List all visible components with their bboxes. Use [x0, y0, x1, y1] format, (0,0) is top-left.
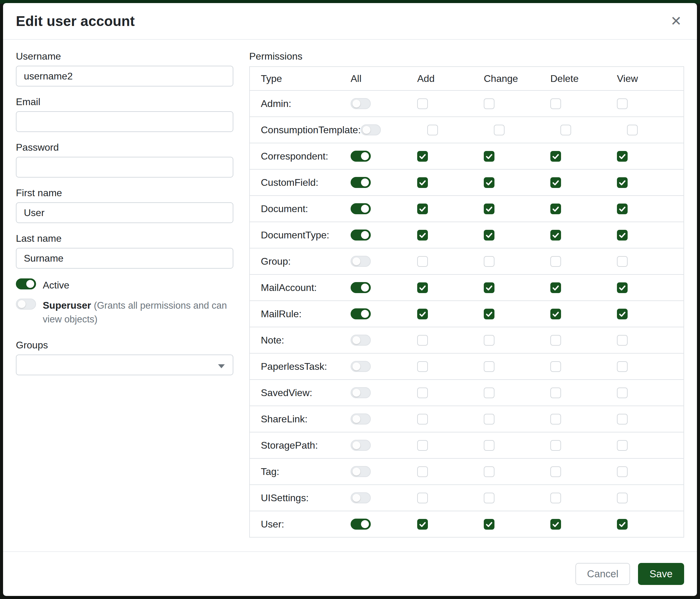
permission-all-toggle[interactable]: [351, 519, 371, 530]
permission-change-checkbox[interactable]: [484, 151, 495, 162]
permission-add-checkbox[interactable]: [417, 151, 428, 162]
permission-view-checkbox[interactable]: [617, 493, 628, 503]
password-input[interactable]: [16, 157, 233, 177]
permission-change-checkbox[interactable]: [494, 125, 504, 136]
permission-delete-checkbox[interactable]: [550, 309, 561, 319]
permission-change-checkbox[interactable]: [484, 440, 495, 451]
permission-add-checkbox[interactable]: [417, 335, 428, 346]
permission-add-checkbox[interactable]: [417, 440, 428, 451]
permission-all-toggle[interactable]: [351, 466, 371, 477]
permission-add-checkbox[interactable]: [417, 414, 428, 425]
permission-add-checkbox[interactable]: [417, 309, 428, 319]
permission-delete-checkbox[interactable]: [550, 414, 561, 425]
last-name-input[interactable]: [16, 248, 233, 269]
permission-add-checkbox[interactable]: [417, 493, 428, 503]
permission-change-checkbox[interactable]: [484, 466, 495, 477]
permission-view-checkbox[interactable]: [617, 282, 628, 293]
permission-view-checkbox[interactable]: [617, 440, 628, 451]
permission-delete-checkbox[interactable]: [550, 98, 561, 109]
permission-change-checkbox[interactable]: [484, 203, 495, 214]
permission-delete-checkbox[interactable]: [560, 125, 571, 136]
permission-all-toggle[interactable]: [351, 151, 371, 162]
permission-all-toggle[interactable]: [351, 308, 371, 319]
permission-all-toggle[interactable]: [351, 361, 371, 372]
permission-add-checkbox[interactable]: [417, 387, 428, 398]
permission-type-label: CustomField:: [261, 177, 351, 188]
save-button[interactable]: Save: [638, 563, 684, 585]
permission-view-checkbox[interactable]: [617, 519, 628, 530]
permission-all-toggle[interactable]: [351, 335, 371, 346]
permission-add-checkbox[interactable]: [417, 282, 428, 293]
permission-delete-checkbox[interactable]: [550, 230, 561, 241]
permission-delete-checkbox[interactable]: [550, 519, 561, 530]
permission-all-toggle[interactable]: [351, 256, 371, 267]
superuser-toggle[interactable]: [16, 298, 36, 310]
permission-view-checkbox[interactable]: [617, 361, 628, 372]
permission-view-checkbox[interactable]: [617, 203, 628, 214]
permission-add-checkbox[interactable]: [417, 519, 428, 530]
column-header-delete: Delete: [550, 73, 617, 85]
permission-add-checkbox[interactable]: [417, 361, 428, 372]
permission-all-toggle[interactable]: [351, 230, 371, 241]
permission-view-checkbox[interactable]: [617, 151, 628, 162]
permission-add-checkbox[interactable]: [427, 125, 438, 136]
permission-change-checkbox[interactable]: [484, 387, 495, 398]
permission-view-checkbox[interactable]: [617, 230, 628, 241]
permission-delete-checkbox[interactable]: [550, 177, 561, 188]
permission-all-toggle[interactable]: [351, 387, 371, 398]
permission-view-checkbox[interactable]: [617, 387, 628, 398]
first-name-input[interactable]: [16, 202, 233, 223]
permission-delete-checkbox[interactable]: [550, 203, 561, 214]
permission-delete-checkbox[interactable]: [550, 361, 561, 372]
cancel-button[interactable]: Cancel: [575, 563, 630, 585]
permission-view-checkbox[interactable]: [617, 98, 628, 109]
permission-add-checkbox[interactable]: [417, 230, 428, 241]
permission-all-toggle[interactable]: [351, 98, 371, 109]
permission-add-checkbox[interactable]: [417, 203, 428, 214]
permission-change-checkbox[interactable]: [484, 282, 495, 293]
permission-change-checkbox[interactable]: [484, 414, 495, 425]
permission-change-checkbox[interactable]: [484, 177, 495, 188]
permission-add-checkbox[interactable]: [417, 98, 428, 109]
active-toggle[interactable]: [16, 279, 36, 289]
permission-add-checkbox[interactable]: [417, 256, 428, 267]
permission-all-toggle[interactable]: [351, 282, 371, 293]
close-icon[interactable]: ✕: [668, 13, 684, 29]
permission-all-toggle[interactable]: [351, 413, 371, 425]
email-input[interactable]: [16, 111, 233, 132]
permission-all-toggle[interactable]: [361, 124, 381, 136]
permission-view-checkbox[interactable]: [617, 335, 628, 346]
permission-add-checkbox[interactable]: [417, 466, 428, 477]
permission-change-checkbox[interactable]: [484, 256, 495, 267]
permission-view-checkbox[interactable]: [627, 125, 638, 136]
permission-add-checkbox[interactable]: [417, 177, 428, 188]
modal-body: Username Email Password First name Last …: [3, 40, 697, 551]
permission-change-checkbox[interactable]: [484, 335, 495, 346]
permission-delete-checkbox[interactable]: [550, 440, 561, 451]
permission-all-toggle[interactable]: [351, 440, 371, 451]
permission-all-toggle[interactable]: [351, 492, 371, 503]
permission-delete-checkbox[interactable]: [550, 466, 561, 477]
permission-delete-checkbox[interactable]: [550, 282, 561, 293]
permission-change-checkbox[interactable]: [484, 98, 495, 109]
permission-change-checkbox[interactable]: [484, 361, 495, 372]
permission-change-checkbox[interactable]: [484, 230, 495, 241]
permission-delete-checkbox[interactable]: [550, 335, 561, 346]
permission-all-toggle[interactable]: [351, 177, 371, 188]
permission-all-toggle[interactable]: [351, 203, 371, 214]
permission-delete-checkbox[interactable]: [550, 256, 561, 267]
superuser-toggle-row: Superuser (Grants all permissions and ca…: [16, 298, 233, 326]
permission-view-checkbox[interactable]: [617, 466, 628, 477]
groups-select[interactable]: [16, 355, 233, 375]
permission-delete-checkbox[interactable]: [550, 387, 561, 398]
permission-delete-checkbox[interactable]: [550, 493, 561, 503]
permission-view-checkbox[interactable]: [617, 177, 628, 188]
permission-change-checkbox[interactable]: [484, 493, 495, 503]
permission-change-checkbox[interactable]: [484, 519, 495, 530]
permission-change-checkbox[interactable]: [484, 309, 495, 319]
permission-delete-checkbox[interactable]: [550, 151, 561, 162]
permission-view-checkbox[interactable]: [617, 414, 628, 425]
permission-view-checkbox[interactable]: [617, 256, 628, 267]
username-input[interactable]: [16, 66, 233, 87]
permission-view-checkbox[interactable]: [617, 309, 628, 319]
